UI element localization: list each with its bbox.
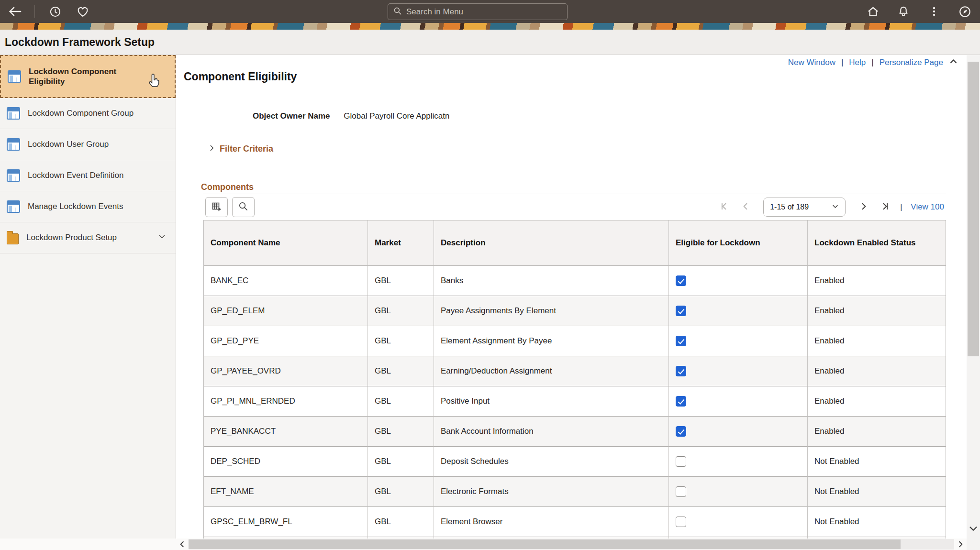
eligible-checkbox[interactable] (676, 517, 686, 527)
cell-lockdown-status: Enabled (808, 356, 946, 386)
recent-clock-icon (49, 5, 62, 18)
cell-market: GBL (368, 417, 434, 447)
vertical-scrollbar[interactable] (967, 55, 980, 539)
row-range-value: 1-15 of 189 (770, 203, 809, 211)
horizontal-scrollbar[interactable] (176, 539, 980, 550)
scroll-right-icon[interactable] (954, 539, 967, 550)
eligible-checkbox[interactable] (676, 486, 686, 497)
chevron-down-icon (158, 232, 166, 243)
cell-lockdown-status: Not Enabled (808, 507, 946, 537)
sidebar-item[interactable]: Lockdown Event Definition (0, 160, 176, 191)
sidebar-item[interactable]: Lockdown Product Setup (0, 222, 176, 253)
cell-lockdown-status: Not Enabled (808, 477, 946, 507)
filter-criteria-label: Filter Criteria (220, 144, 273, 154)
next-page-icon (858, 201, 869, 213)
favorites-heart-icon (76, 5, 89, 18)
sidebar-item[interactable]: Manage Lockdown Events (0, 191, 176, 222)
cell-lockdown-status: Enabled (808, 326, 946, 356)
last-page-icon (879, 201, 890, 213)
table-row: GP_ED_ELEMGBLPayee Assignments By Elemen… (204, 296, 946, 326)
collapse-header-icon[interactable] (949, 57, 958, 68)
table-row: BANK_ECGBLBanksEnabled (204, 266, 946, 296)
table-row: PYE_BANKACCTGBLBank Account InformationE… (204, 417, 946, 447)
cell-description: Deposit Schedules (434, 447, 669, 477)
cell-lockdown-status: Not Enabled (808, 447, 946, 477)
grid-toolbar: 1-15 of 189 | View 100 (203, 194, 946, 220)
cell-eligible (669, 447, 808, 477)
eligible-checkbox[interactable] (676, 306, 686, 316)
cell-component-name: GPSC_ELM_BRW_FL (204, 507, 368, 537)
cell-lockdown-status: Enabled (808, 296, 946, 326)
search-input[interactable] (406, 7, 562, 17)
back-icon (7, 4, 22, 19)
cell-component-name: GP_PAYEE_OVRD (204, 356, 368, 386)
recent-items-button[interactable] (47, 4, 63, 19)
table-row: DEP_SCHEDGBLDeposit SchedulesNot Enabled (204, 447, 946, 477)
table-row: EFT_NAMEGBLElectronic FormatsNot Enabled (204, 477, 946, 507)
grid-actions-button[interactable] (205, 197, 228, 217)
cell-eligible (669, 507, 808, 537)
sidebar-item[interactable]: Lockdown Component Eligibility (0, 55, 176, 98)
search-icon (393, 6, 402, 18)
eligible-checkbox[interactable] (676, 396, 686, 407)
eligible-checkbox[interactable] (676, 366, 686, 376)
scroll-down-icon[interactable] (968, 523, 979, 536)
horizontal-scrollbar-thumb[interactable] (189, 539, 901, 549)
table-row: GPSC_ELM_BRW_FLGBLElement BrowserNot Ena… (204, 507, 946, 537)
next-page-button[interactable] (856, 200, 870, 214)
favorites-button[interactable] (75, 4, 90, 19)
filter-criteria-toggle[interactable]: Filter Criteria (208, 144, 273, 154)
personalize-page-link[interactable]: Personalize Page (880, 58, 943, 67)
home-button[interactable] (865, 4, 880, 19)
row-range-select[interactable]: 1-15 of 189 (763, 198, 846, 217)
table-header-row: Component NameMarketDescriptionEligible … (204, 220, 946, 266)
cell-market: GBL (368, 477, 434, 507)
chevron-right-icon (208, 144, 216, 154)
eligible-checkbox[interactable] (676, 456, 686, 467)
page-banner-title: Lockdown Framework Setup (5, 36, 155, 49)
cell-eligible (669, 326, 808, 356)
vertical-scrollbar-thumb[interactable] (968, 62, 979, 356)
folder-icon (7, 233, 19, 244)
navbar-button[interactable] (957, 4, 972, 19)
cell-component-name: DEP_SCHED (204, 447, 368, 477)
cell-component-name: GP_ED_ELEM (204, 296, 368, 326)
peoplesoft-app-window: Lockdown Framework Setup Lockdown Compon… (0, 0, 980, 550)
sidebar-item[interactable]: Lockdown Component Group (0, 98, 176, 129)
cell-description: Element Assignment By Payee (434, 326, 669, 356)
notifications-button[interactable] (896, 4, 911, 19)
page-banner: Lockdown Framework Setup (0, 30, 980, 55)
eligible-checkbox[interactable] (676, 275, 686, 286)
back-button[interactable] (7, 4, 22, 19)
object-owner-row: Object Owner Name Global Payroll Core Ap… (253, 111, 449, 121)
first-page-button[interactable] (717, 200, 732, 214)
new-window-link[interactable]: New Window (788, 58, 835, 67)
cell-market: GBL (368, 266, 434, 296)
previous-page-button[interactable] (738, 200, 753, 214)
chevron-down-icon (832, 203, 839, 212)
components-grid-title: Components (201, 182, 254, 192)
table-row: GP_ED_PYEGBLElement Assignment By PayeeE… (204, 326, 946, 356)
last-page-button[interactable] (877, 200, 891, 214)
table-row: GP_PI_MNL_ERNDEDGBLPositive InputEnabled (204, 386, 946, 417)
component-icon (8, 70, 21, 83)
cell-description: Payee Assignments By Element (434, 296, 669, 326)
scrollbar-corner (967, 539, 980, 550)
horizontal-scrollbar-track[interactable] (189, 539, 954, 550)
help-link[interactable]: Help (849, 58, 866, 67)
more-actions-button[interactable] (926, 4, 942, 19)
link-divider: | (871, 58, 873, 67)
grid-search-button[interactable] (232, 197, 255, 217)
scroll-left-icon[interactable] (176, 539, 189, 550)
cell-lockdown-status: Enabled (808, 417, 946, 447)
sidebar-item[interactable]: Lockdown User Group (0, 129, 176, 160)
topbar-divider (34, 5, 35, 18)
eligible-checkbox[interactable] (676, 426, 686, 437)
cell-description: Earning/Deduction Assignment (434, 356, 669, 386)
cell-component-name: GP_PI_MNL_ERNDED (204, 386, 368, 417)
components-table: Component NameMarketDescriptionEligible … (203, 220, 946, 539)
object-owner-label: Object Owner Name (253, 111, 330, 121)
eligible-checkbox[interactable] (676, 336, 686, 346)
component-icon (7, 107, 20, 120)
view-all-link[interactable]: View 100 (911, 202, 944, 212)
